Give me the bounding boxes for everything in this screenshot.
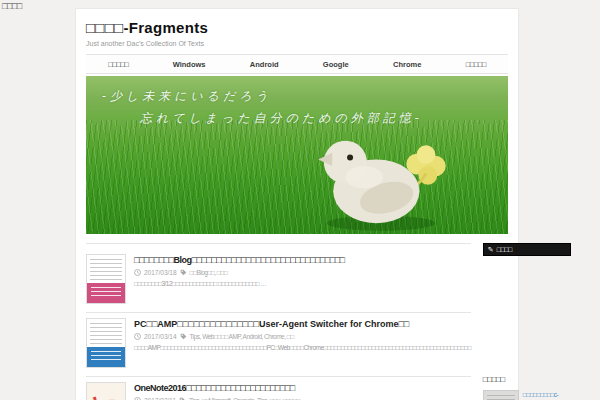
recent-post-link[interactable]: □□□□□□□□□c-□□□□□□□□□□□□□□ (523, 390, 571, 400)
recent-post-thumbnail[interactable] (483, 390, 519, 400)
post-tags[interactable]: Tips, Web□□□□ AMP, Android, Chrome, □□ (190, 333, 294, 340)
post-thumbnail[interactable] (86, 318, 126, 368)
hero-line-1: -少し未来にいるだろう (102, 86, 498, 108)
post-item: ! OneNote2016□□□□□□□□□□□□□□□□□□□□□□ 2017… (86, 377, 471, 400)
nav-item-chrome[interactable]: Chrome (387, 58, 427, 71)
clock-icon (134, 333, 141, 340)
site-title[interactable]: □□□□-Fragments (86, 19, 508, 36)
sidebar-widget-titlebar: ✎ □□□□ (483, 243, 571, 256)
nav-item-gadget[interactable]: □□□□□ (460, 58, 492, 71)
post-excerpt: □□□□AMP□□□□□□□□□□□□□□□□□□□□□□□□□□□□□□□PC… (134, 343, 471, 353)
skip-to-content-link[interactable]: □□□□ (2, 1, 22, 11)
sidebar-empty-widget-area (483, 256, 571, 375)
content-card: □□□□-Fragments Just another Dac's Collec… (75, 8, 519, 400)
tag-icon (180, 269, 187, 276)
tag-icon (180, 333, 187, 340)
post-item: □□□□□□□□Blog□□□□□□□□□□□□□□□□□□□□□□□□□□□□… (86, 249, 471, 313)
post-title-link[interactable]: OneNote2016□□□□□□□□□□□□□□□□□□□□□□ (134, 382, 471, 394)
post-tags[interactable]: □□Blog□□, □□□ (190, 269, 228, 276)
nav-item-google[interactable]: Google (317, 58, 355, 71)
exclamation-doodle: ! (89, 391, 104, 400)
pencil-icon: ✎ (488, 246, 494, 253)
post-item: PC□□AMP□□□□□□□□□□□□□□□User-Agent Switche… (86, 313, 471, 377)
post-date: 2017/03/14 (144, 333, 177, 340)
main-nav: □□□□□ Windows Android Google Chrome □□□□… (86, 54, 508, 74)
hero-overlay-text: -少し未来にいるだろう 忘れてしまった自分のための外部記憶- (102, 86, 498, 129)
post-thumbnail[interactable]: ! (86, 382, 126, 400)
post-date: 2017/03/18 (144, 269, 177, 276)
post-thumbnail[interactable] (86, 254, 126, 304)
nav-item-windows[interactable]: Windows (167, 58, 212, 71)
post-excerpt: □□□□□□□□3/12□□□□□□□□□□□□□ □□□□□□□□□□□□ … (134, 279, 471, 289)
hero-header-image: -少し未来にいるだろう 忘れてしまった自分のための外部記憶- (86, 76, 508, 234)
sidebar: ✎ □□□□ □□□□□ □□□□□□□□□c-□□□□□□□□□□□□□□ (483, 243, 571, 400)
nav-item-home[interactable]: □□□□□ (102, 58, 134, 71)
recent-posts-heading: □□□□□ (483, 375, 571, 384)
article-list: □□□□□□□□Blog□□□□□□□□□□□□□□□□□□□□□□□□□□□□… (86, 243, 471, 400)
hero-line-2: 忘れてしまった自分のための外部記憶- (102, 108, 498, 130)
clay-bird-illustration (306, 128, 456, 232)
post-title-link[interactable]: PC□□AMP□□□□□□□□□□□□□□□User-Agent Switche… (134, 318, 471, 330)
nav-item-android[interactable]: Android (244, 58, 285, 71)
sidebar-widget-title: □□□□ (497, 246, 512, 253)
site-header: □□□□-Fragments Just another Dac's Collec… (86, 19, 508, 47)
post-title-link[interactable]: □□□□□□□□Blog□□□□□□□□□□□□□□□□□□□□□□□□□□□□… (134, 254, 471, 266)
site-tagline: Just another Dac's Collection Of Texts (86, 40, 508, 47)
clock-icon (134, 269, 141, 276)
recent-post-item: □□□□□□□□□c-□□□□□□□□□□□□□□ (483, 390, 571, 400)
